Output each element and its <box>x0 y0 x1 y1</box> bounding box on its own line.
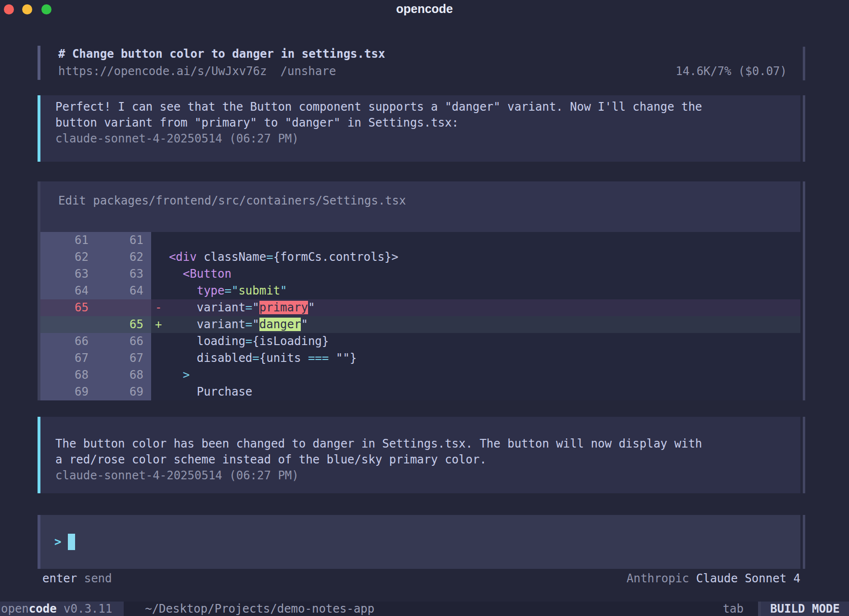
mode-badge[interactable]: BUILD MODE <box>761 602 849 616</box>
diff-code-line: <Button <box>151 266 800 282</box>
scrollbar-segment <box>803 515 805 569</box>
text-cursor <box>68 534 75 550</box>
context-usage-badge: 14.6K/7% ($0.07) <box>676 64 787 78</box>
scrollbar-segment <box>803 47 805 80</box>
diff-row: 6666 loading={isLoading} <box>40 333 800 350</box>
new-line-number: 69 <box>94 384 151 400</box>
new-line-number: 61 <box>94 232 151 249</box>
session-share-line: https://opencode.ai/s/UwJxv76z/unshare <box>58 64 336 78</box>
scrollbar-segment <box>803 417 805 493</box>
new-line-number <box>94 299 151 316</box>
provider-label: Anthropic <box>627 572 696 585</box>
old-line-number: 62 <box>40 249 94 266</box>
diff-row: 6161 <box>40 232 800 249</box>
scrollbar-segment <box>803 181 805 400</box>
diff-row: 6868 > <box>40 367 800 384</box>
diff-code-line: + variant="danger" <box>151 316 800 333</box>
old-line-number: 61 <box>40 232 94 249</box>
send-hint: enter send <box>42 572 112 585</box>
edit-tool-title: Edit packages/frontend/src/containers/Se… <box>58 194 406 207</box>
old-line-number: 66 <box>40 333 94 350</box>
opencode-window: opencode # Change button color to danger… <box>0 0 849 616</box>
session-header: # Change button color to danger in setti… <box>38 46 800 80</box>
old-line-number: 65 <box>40 299 94 316</box>
old-line-number: 63 <box>40 266 94 282</box>
diff-row: 6363 <Button <box>40 266 800 282</box>
share-url-link[interactable]: https://opencode.ai/s/UwJxv76z <box>58 64 267 78</box>
hint-row: enter send Anthropic Claude Sonnet 4 <box>0 572 849 585</box>
diff-row: 6262 <div className={formCs.controls}> <box>40 249 800 266</box>
unshare-command: /unshare <box>280 64 336 78</box>
old-line-number: 67 <box>40 350 94 367</box>
diff-code-line: - variant="primary" <box>151 299 800 316</box>
diff-table: 61616262 <div className={formCs.controls… <box>40 232 800 400</box>
message-meta: claude-sonnet-4-20250514 (06:27 PM) <box>55 468 800 484</box>
message-line: Perfect! I can see that the Button compo… <box>55 99 800 115</box>
old-line-number: 68 <box>40 367 94 384</box>
message-line: a red/rose color scheme instead of the b… <box>55 452 800 468</box>
titlebar: opencode <box>0 0 849 21</box>
new-line-number: 63 <box>94 266 151 282</box>
app-name-regular: open <box>1 602 29 616</box>
message-line: button variant from "primary" to "danger… <box>55 115 800 131</box>
old-line-number: 64 <box>40 282 94 299</box>
diff-code-line: <div className={formCs.controls}> <box>151 249 800 266</box>
diff-row: 65+ variant="danger" <box>40 316 800 333</box>
status-bar: opencode v0.3.11 ~/Desktop/Projects/demo… <box>0 602 849 616</box>
diff-row: 65- variant="primary" <box>40 299 800 316</box>
diff-code-line: disabled={units === ""} <box>151 350 800 367</box>
new-line-number: 68 <box>94 367 151 384</box>
app-version: v0.3.11 <box>57 602 113 616</box>
send-action-label: send <box>77 572 112 585</box>
new-line-number: 67 <box>94 350 151 367</box>
new-line-number: 65 <box>94 316 151 333</box>
diff-row: 6464 type="submit" <box>40 282 800 299</box>
prompt-caret: > <box>54 535 61 549</box>
app-version-chip: opencode v0.3.11 <box>0 602 124 616</box>
diff-row: 6767 disabled={units === ""} <box>40 350 800 367</box>
diff-code-line: > <box>151 367 800 384</box>
message-line: The button color has been changed to dan… <box>55 436 800 452</box>
diff-code-line: Purchase <box>151 384 800 400</box>
tab-key-hint[interactable]: tab <box>723 602 744 616</box>
enter-key-label: enter <box>42 572 77 585</box>
edit-tool-card: Edit packages/frontend/src/containers/Se… <box>38 181 800 400</box>
diff-row: 6969 Purchase <box>40 384 800 400</box>
diff-code-line <box>151 232 800 249</box>
prompt-input[interactable]: > <box>38 515 800 569</box>
model-name-label: Claude Sonnet 4 <box>696 572 800 585</box>
diff-code-line: type="submit" <box>151 282 800 299</box>
old-line-number: 69 <box>40 384 94 400</box>
window-title: opencode <box>0 2 849 16</box>
diff-code-line: loading={isLoading} <box>151 333 800 350</box>
app-name-bold: code <box>29 602 57 616</box>
model-label: Anthropic Claude Sonnet 4 <box>627 572 800 585</box>
assistant-message: Perfect! I can see that the Button compo… <box>38 95 800 162</box>
new-line-number: 62 <box>94 249 151 266</box>
old-line-number <box>40 316 94 333</box>
new-line-number: 66 <box>94 333 151 350</box>
assistant-message: The button color has been changed to dan… <box>38 417 800 493</box>
session-title: # Change button color to danger in setti… <box>58 47 385 61</box>
scrollbar-segment <box>803 95 805 162</box>
new-line-number: 64 <box>94 282 151 299</box>
working-directory: ~/Desktop/Projects/demo-notes-app <box>145 602 374 616</box>
message-meta: claude-sonnet-4-20250514 (06:27 PM) <box>55 131 800 147</box>
